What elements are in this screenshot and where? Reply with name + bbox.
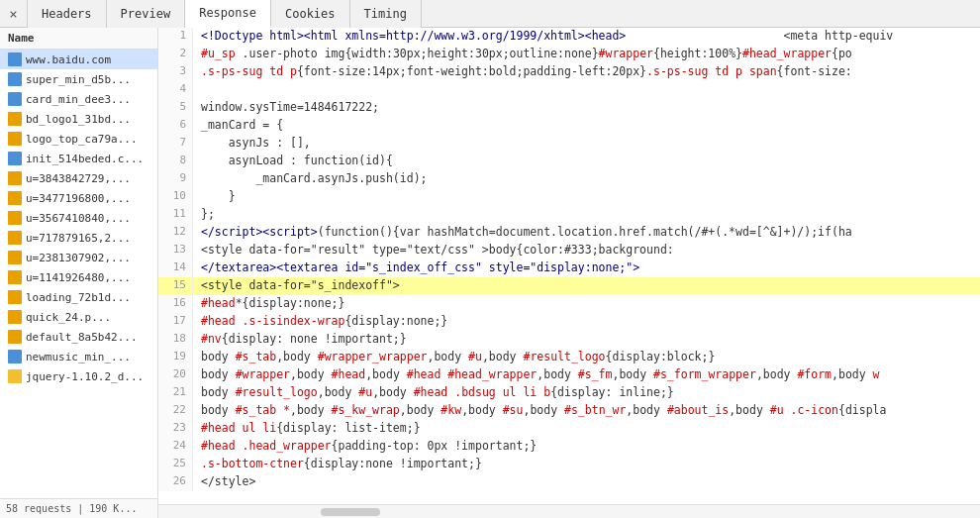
code-line-14: 14 </textarea><textarea id="s_index_off_… <box>158 259 980 277</box>
file-item-9[interactable]: u=717879165,2... <box>0 228 157 248</box>
file-name-6: u=3843842729,... <box>26 172 131 185</box>
code-line-20: 20 body #wrapper,body #head,body #head #… <box>158 366 980 384</box>
scrollbar-area[interactable] <box>158 504 980 518</box>
file-icon-9 <box>8 231 22 245</box>
file-icon-16 <box>8 369 22 383</box>
file-item-16[interactable]: jquery-1.10.2_d... <box>0 366 157 386</box>
file-icon-6 <box>8 171 22 185</box>
code-line-15: 15 <style data-for="s_indexoff"> <box>158 277 980 295</box>
code-line-22: 22 body #s_tab *,body #s_kw_wrap,body #k… <box>158 402 980 420</box>
file-item-7[interactable]: u=3477196800,... <box>0 188 157 208</box>
code-line-5: 5 window.sysTime=1484617222; <box>158 99 980 117</box>
file-icon-13 <box>8 310 22 324</box>
file-icon-7 <box>8 191 22 205</box>
file-icon-2 <box>8 92 22 106</box>
file-list-header: Name <box>0 28 157 50</box>
code-line-6: 6 _manCard = { <box>158 117 980 135</box>
file-item-6[interactable]: u=3843842729,... <box>0 168 157 188</box>
file-item-14[interactable]: default_8a5b42... <box>0 327 157 347</box>
file-name-2: card_min_dee3... <box>26 93 131 106</box>
code-line-7: 7 asynJs : [], <box>158 135 980 153</box>
file-item-15[interactable]: newmusic_min_... <box>0 347 157 366</box>
file-item-11[interactable]: u=1141926480,... <box>0 267 157 287</box>
file-name-16: jquery-1.10.2_d... <box>26 370 144 383</box>
code-line-21: 21 body #result_logo,body #u,body #head … <box>158 384 980 402</box>
tab-preview[interactable]: Preview <box>107 0 186 28</box>
file-name-14: default_8a5b42... <box>26 331 138 344</box>
file-icon-5 <box>8 152 22 165</box>
file-list-footer: 58 requests | 190 K... <box>0 498 157 518</box>
code-content[interactable]: 1 <!Doctype html><html xmlns=http://www.… <box>158 28 980 504</box>
file-list-items[interactable]: www.baidu.com super_min_d5b... card_min_… <box>0 50 157 498</box>
file-item-12[interactable]: loading_72b1d... <box>0 287 157 307</box>
file-icon-15 <box>8 350 22 363</box>
code-line-1: 1 <!Doctype html><html xmlns=http://www.… <box>158 28 980 46</box>
horizontal-scrollbar[interactable] <box>321 508 380 516</box>
code-line-11: 11 }; <box>158 206 980 224</box>
file-name-4: logo_top_ca79a... <box>26 133 138 146</box>
main-content: Name www.baidu.com super_min_d5b... card… <box>0 28 980 518</box>
file-item-10[interactable]: u=2381307902,... <box>0 248 157 267</box>
file-icon-0 <box>8 52 22 66</box>
code-line-12: 12 </script><script>(function(){var hash… <box>158 224 980 242</box>
code-line-24: 24 #head .head_wrapper{padding-top: 0px … <box>158 438 980 456</box>
file-item-8[interactable]: u=3567410840,... <box>0 208 157 228</box>
file-item-5[interactable]: init_514beded.c... <box>0 149 157 168</box>
code-line-8: 8 asynLoad : function(id){ <box>158 153 980 170</box>
file-icon-1 <box>8 72 22 86</box>
file-name-15: newmusic_min_... <box>26 351 131 363</box>
file-icon-8 <box>8 211 22 225</box>
file-name-8: u=3567410840,... <box>26 212 131 225</box>
code-line-17: 17 #head .s-isindex-wrap{display:none;} <box>158 313 980 331</box>
file-item-1[interactable]: super_min_d5b... <box>0 69 157 89</box>
file-name-1: super_min_d5b... <box>26 73 131 86</box>
file-name-3: bd_logo1_31bd... <box>26 113 131 126</box>
file-list-panel: Name www.baidu.com super_min_d5b... card… <box>0 28 158 518</box>
file-icon-11 <box>8 270 22 284</box>
close-tab-button[interactable]: × <box>0 0 28 28</box>
file-icon-4 <box>8 132 22 146</box>
file-item-0[interactable]: www.baidu.com <box>0 50 157 69</box>
tab-bar: × Headers Preview Response Cookies Timin… <box>0 0 980 28</box>
code-line-10: 10 } <box>158 188 980 206</box>
code-line-3: 3 .s-ps-sug td p{font-size:14px;font-wei… <box>158 63 980 81</box>
file-icon-14 <box>8 330 22 344</box>
file-item-3[interactable]: bd_logo1_31bd... <box>0 109 157 129</box>
file-name-10: u=2381307902,... <box>26 252 131 264</box>
code-line-16: 16 #head*{display:none;} <box>158 295 980 313</box>
tab-timing[interactable]: Timing <box>350 0 422 28</box>
file-item-4[interactable]: logo_top_ca79a... <box>0 129 157 149</box>
file-icon-10 <box>8 251 22 264</box>
file-item-13[interactable]: quick_24.p... <box>0 307 157 327</box>
code-line-9: 9 _manCard.asynJs.push(id); <box>158 170 980 188</box>
tab-headers[interactable]: Headers <box>28 0 107 28</box>
file-icon-3 <box>8 112 22 126</box>
code-line-4: 4 <box>158 81 980 99</box>
file-name-5: init_514beded.c... <box>26 153 144 165</box>
code-line-2: 2 #u_sp .user-photo img{width:30px;heigh… <box>158 46 980 63</box>
code-line-23: 23 #head ul li{display: list-item;} <box>158 420 980 438</box>
file-icon-12 <box>8 290 22 304</box>
code-line-19: 19 body #s_tab,body #wrapper_wrapper,bod… <box>158 349 980 366</box>
tab-cookies[interactable]: Cookies <box>271 0 350 28</box>
code-line-26: 26 </style> <box>158 473 980 491</box>
file-name-13: quick_24.p... <box>26 311 111 324</box>
file-name-11: u=1141926480,... <box>26 271 131 284</box>
code-line-18: 18 #nv{display: none !important;} <box>158 331 980 349</box>
code-line-13: 13 <style data-for="result" type="text/c… <box>158 242 980 259</box>
file-name-12: loading_72b1d... <box>26 291 131 304</box>
file-item-2[interactable]: card_min_dee3... <box>0 89 157 109</box>
file-name-9: u=717879165,2... <box>26 232 131 245</box>
file-name-7: u=3477196800,... <box>26 192 131 205</box>
code-panel: 1 <!Doctype html><html xmlns=http://www.… <box>158 28 980 518</box>
file-name-0: www.baidu.com <box>26 53 111 66</box>
tab-response[interactable]: Response <box>185 0 271 28</box>
code-line-25: 25 .s-bottom-ctner{display:none !importa… <box>158 456 980 473</box>
